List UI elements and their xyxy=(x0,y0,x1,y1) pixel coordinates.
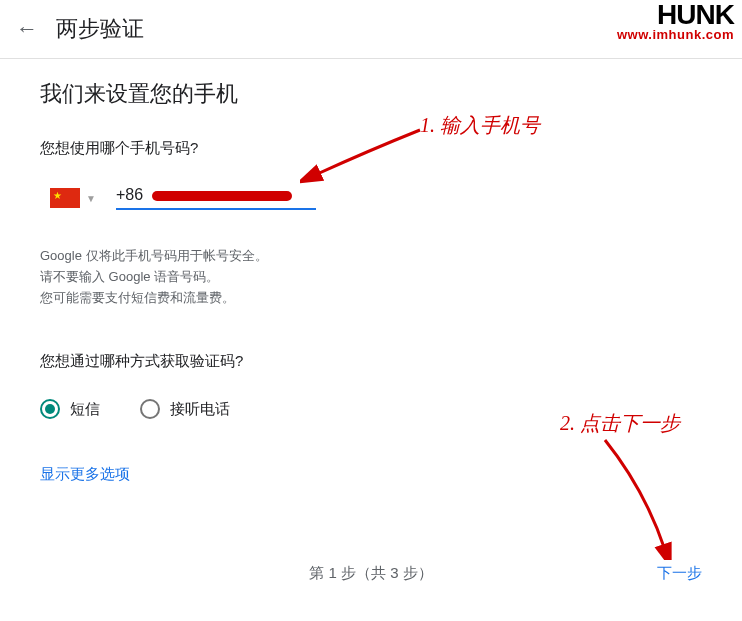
radio-call[interactable]: 接听电话 xyxy=(140,399,230,419)
phone-input[interactable]: +86 xyxy=(116,186,316,210)
step-indicator: 第 1 步（共 3 步） xyxy=(309,564,432,583)
phone-prefix: +86 xyxy=(116,186,143,203)
phone-question: 您想使用哪个手机号码? xyxy=(40,139,702,158)
setup-title: 我们来设置您的手机 xyxy=(40,79,702,109)
method-question: 您想通过哪种方式获取验证码? xyxy=(40,352,702,371)
radio-call-label: 接听电话 xyxy=(170,400,230,419)
hint-line-3: 您可能需要支付短信费和流量费。 xyxy=(40,288,702,309)
dropdown-triangle-icon: ▼ xyxy=(86,193,96,204)
hint-line-1: Google 仅将此手机号码用于帐号安全。 xyxy=(40,246,702,267)
phone-input-row: ▼ +86 xyxy=(50,186,702,210)
page-title: 两步验证 xyxy=(56,14,144,44)
more-options-link[interactable]: 显示更多选项 xyxy=(40,465,130,484)
redacted-number xyxy=(152,191,292,201)
watermark-url: www.imhunk.com xyxy=(617,27,734,42)
china-flag-icon xyxy=(50,188,80,208)
back-arrow-icon[interactable]: ← xyxy=(16,16,38,42)
hint-line-2: 请不要输入 Google 语音号码。 xyxy=(40,267,702,288)
radio-circle-icon xyxy=(140,399,160,419)
input-underline xyxy=(116,208,316,210)
next-button[interactable]: 下一步 xyxy=(657,564,702,583)
phone-text: +86 xyxy=(116,186,316,208)
watermark-logo: HUNK xyxy=(617,2,734,27)
hint-text: Google 仅将此手机号码用于帐号安全。 请不要输入 Google 语音号码。… xyxy=(40,246,702,308)
radio-group: 短信 接听电话 xyxy=(40,399,702,419)
radio-sms[interactable]: 短信 xyxy=(40,399,100,419)
radio-sms-label: 短信 xyxy=(70,400,100,419)
watermark: HUNK www.imhunk.com xyxy=(617,2,734,42)
content-area: 我们来设置您的手机 您想使用哪个手机号码? ▼ +86 Google 仅将此手机… xyxy=(0,59,742,564)
footer: 第 1 步（共 3 步） 下一步 xyxy=(0,564,742,583)
country-flag-dropdown[interactable]: ▼ xyxy=(50,188,96,208)
radio-circle-icon xyxy=(40,399,60,419)
